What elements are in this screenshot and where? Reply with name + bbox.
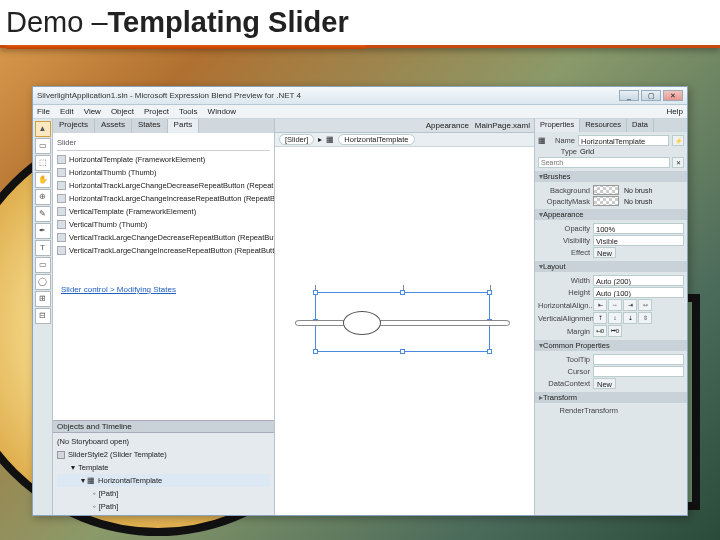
grid-tool[interactable]: ⊞ <box>35 291 51 307</box>
valign-label: VerticalAlignment <box>538 314 590 323</box>
visibility-label: Visibility <box>538 236 590 245</box>
menu-help[interactable]: Help <box>667 107 683 116</box>
name-field[interactable]: HorizontalTemplate <box>578 135 669 146</box>
menu-object[interactable]: Object <box>111 107 134 116</box>
datacontext-label: DataContext <box>538 379 590 388</box>
slide-title-pre: Demo – <box>6 6 108 39</box>
height-field[interactable]: Auto (100) <box>593 287 684 298</box>
grid-icon: ▦ <box>538 136 546 145</box>
objects-timeline-header[interactable]: Objects and Timeline <box>53 420 274 433</box>
menu-file[interactable]: File <box>37 107 50 116</box>
tab-properties[interactable]: Properties <box>535 119 580 132</box>
tab-resources[interactable]: Resources <box>580 119 627 132</box>
crumb-slider[interactable]: [Slider] <box>279 134 314 145</box>
menu-view[interactable]: View <box>84 107 101 116</box>
crumb-template[interactable]: HorizontalTemplate <box>338 134 414 145</box>
modify-states-link[interactable]: Slider control > Modifying States <box>57 277 270 298</box>
clear-search-icon[interactable]: ✕ <box>672 157 684 168</box>
artboard-tool[interactable]: ⬚ <box>35 155 51 171</box>
ellipse-tool[interactable]: ◯ <box>35 274 51 290</box>
layout-section[interactable]: Layout <box>535 261 687 272</box>
halign-right[interactable]: ⇥ <box>623 299 637 311</box>
valign-center[interactable]: ↕ <box>608 312 622 324</box>
tab-assets[interactable]: Assets <box>95 119 132 133</box>
part-item[interactable]: HorizontalTemplate (FrameworkElement) <box>57 153 270 166</box>
timeline-template-node[interactable]: ▾ Template <box>57 461 270 474</box>
zoom-tool[interactable]: ⊕ <box>35 189 51 205</box>
part-icon <box>57 194 66 203</box>
part-item[interactable]: HorizontalTrackLargeChangeDecreaseRepeat… <box>57 179 270 192</box>
menu-tools[interactable]: Tools <box>179 107 198 116</box>
part-item[interactable]: HorizontalTrackLargeChangeIncreaseRepeat… <box>57 192 270 205</box>
timeline-child[interactable]: ◦ [Path] <box>57 487 270 500</box>
tab-states[interactable]: States <box>132 119 168 133</box>
close-button[interactable]: ✕ <box>663 90 683 101</box>
part-item[interactable]: VerticalTrackLargeChangeDecreaseRepeatBu… <box>57 231 270 244</box>
menu-project[interactable]: Project <box>144 107 169 116</box>
pan-tool[interactable]: ✋ <box>35 172 51 188</box>
tab-appearance[interactable]: Appearance <box>426 121 469 130</box>
part-item[interactable]: HorizontalThumb (Thumb) <box>57 166 270 179</box>
margin-right-field[interactable]: ↦0 <box>608 325 622 337</box>
width-field[interactable]: Auto (200) <box>593 275 684 286</box>
timeline-node-selected[interactable]: ▾ ▦ HorizontalTemplate <box>57 474 270 487</box>
appearance-section[interactable]: Appearance <box>535 209 687 220</box>
tab-data[interactable]: Data <box>627 119 654 132</box>
opacity-label: Opacity <box>538 224 590 233</box>
tab-parts[interactable]: Parts <box>168 119 200 133</box>
cursor-field[interactable] <box>593 366 684 377</box>
common-section[interactable]: Common Properties <box>535 340 687 351</box>
visibility-field[interactable]: Visible <box>593 235 684 246</box>
maximize-button[interactable]: ▢ <box>641 90 661 101</box>
eyedropper-tool[interactable]: ✎ <box>35 206 51 222</box>
menu-window[interactable]: Window <box>208 107 236 116</box>
events-icon[interactable]: ⚡ <box>672 135 684 146</box>
part-item[interactable]: VerticalTrackLargeChangeIncreaseRepeatBu… <box>57 244 270 257</box>
template-icon <box>57 451 65 459</box>
halign-left[interactable]: ⇤ <box>593 299 607 311</box>
opacity-field[interactable]: 100% <box>593 223 684 234</box>
timeline-child[interactable]: ◦ [Path] <box>57 500 270 513</box>
halign-buttons: ⇤↔⇥⇿ <box>593 299 652 311</box>
type-value: Grid <box>580 147 594 156</box>
type-label: Type <box>551 147 577 156</box>
tab-projects[interactable]: Projects <box>53 119 95 133</box>
valign-top[interactable]: ⤒ <box>593 312 607 324</box>
window-title: SilverlightApplication1.sln - Microsoft … <box>37 91 619 100</box>
brush-tool[interactable]: ✒ <box>35 223 51 239</box>
asset-tool[interactable]: ⊟ <box>35 308 51 324</box>
halign-stretch[interactable]: ⇿ <box>638 299 652 311</box>
minimize-button[interactable]: _ <box>619 90 639 101</box>
text-tool[interactable]: T <box>35 240 51 256</box>
opacitymask-swatch[interactable] <box>593 196 619 206</box>
timeline-root[interactable]: SliderStyle2 (Slider Template) <box>57 448 270 461</box>
rectangle-tool[interactable]: ▭ <box>35 257 51 273</box>
part-item[interactable]: VerticalThumb (Thumb) <box>57 218 270 231</box>
menu-edit[interactable]: Edit <box>60 107 74 116</box>
tab-mainpage[interactable]: MainPage.xaml <box>475 121 530 130</box>
design-surface: Appearance MainPage.xaml [Slider] ▸ ▦ Ho… <box>275 119 535 515</box>
selection-tool[interactable]: ▲ <box>35 121 51 137</box>
tooltip-field[interactable] <box>593 354 684 365</box>
property-search[interactable] <box>538 157 670 168</box>
artboard[interactable] <box>275 147 534 515</box>
effect-new-button[interactable]: New <box>593 247 616 258</box>
effect-label: Effect <box>538 248 590 257</box>
valign-stretch[interactable]: ⇳ <box>638 312 652 324</box>
transform-section[interactable]: Transform <box>535 392 687 403</box>
datacontext-new-button[interactable]: New <box>593 378 616 389</box>
part-item[interactable]: VerticalTemplate (FrameworkElement) <box>57 205 270 218</box>
background-swatch[interactable] <box>593 185 619 195</box>
background-label: Background <box>538 186 590 195</box>
valign-bottom[interactable]: ⤓ <box>623 312 637 324</box>
direct-select-tool[interactable]: ▭ <box>35 138 51 154</box>
width-label: Width <box>538 276 590 285</box>
right-panel-tabs: Properties Resources Data <box>535 119 687 132</box>
margin-left-field[interactable]: ↤0 <box>593 325 607 337</box>
halign-center[interactable]: ↔ <box>608 299 622 311</box>
slide-title-bold: Templating Slider <box>108 6 349 39</box>
breadcrumb-bar: [Slider] ▸ ▦ HorizontalTemplate <box>275 133 534 147</box>
app-window: SilverlightApplication1.sln - Microsoft … <box>32 86 688 516</box>
chevron-right-icon: ▸ <box>318 135 322 144</box>
brushes-section[interactable]: Brushes <box>535 171 687 182</box>
